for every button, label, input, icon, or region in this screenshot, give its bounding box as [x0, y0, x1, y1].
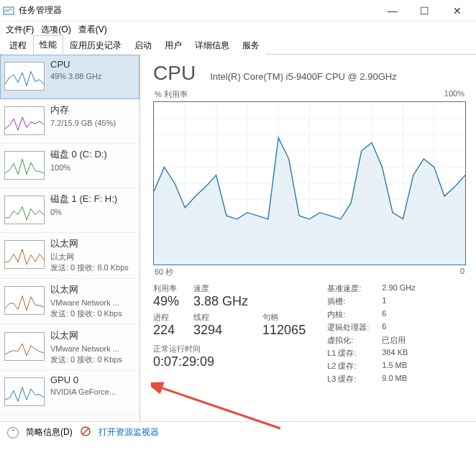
thumb-icon [4, 286, 45, 315]
stat-block: 速度3.88 GHz [193, 283, 248, 309]
sidebar-item-title: 以太网 [50, 283, 135, 296]
main-content: CPU 49% 3.88 GHz 内存 7.2/15.9 GB (45%) 磁盘… [0, 55, 476, 421]
svg-rect-2 [5, 107, 45, 135]
maximize-button[interactable]: ☐ [408, 0, 441, 22]
spec-value: 6 [382, 322, 415, 333]
stat-label: 利用率 [153, 283, 179, 294]
spec-value: 2.90 GHz [382, 283, 415, 294]
chevron-up-icon[interactable]: ˄ [7, 427, 19, 438]
stat-label: 速度 [193, 283, 248, 294]
close-button[interactable]: ✕ [441, 0, 473, 22]
sidebar[interactable]: CPU 49% 3.88 GHz 内存 7.2/15.9 GB (45%) 磁盘… [0, 55, 140, 421]
stat-block: 句柄112065 [262, 312, 306, 338]
sidebar-item-title: CPU [50, 59, 135, 70]
sidebar-item-sub: VMware Network ... [50, 298, 135, 308]
stat-label: 线程 [193, 312, 248, 323]
footer: ˄ 简略信息(D) 打开资源监视器 [0, 421, 476, 443]
cpu-model: Intel(R) Core(TM) i5-9400F CPU @ 2.90GHz [210, 71, 397, 82]
spec-value: 1 [382, 296, 415, 307]
thumb-icon [4, 196, 45, 224]
brief-info-link[interactable]: 简略信息(D) [26, 426, 73, 438]
uptime-value: 0:07:29:09 [153, 354, 306, 369]
stat-value: 224 [153, 323, 179, 338]
chart-label-bottom-right: 0 [460, 267, 464, 277]
menu-options[interactable]: 选项(O) [41, 24, 70, 36]
svg-rect-8 [5, 378, 45, 406]
spec-label: 插槽: [327, 296, 369, 307]
window-controls: — ☐ ✕ [376, 0, 473, 22]
chart-label-bottom-left: 60 秒 [155, 267, 173, 277]
tab-processes[interactable]: 进程 [3, 36, 33, 55]
open-resmon-link[interactable]: 打开资源监视器 [99, 426, 159, 438]
sidebar-item-title: 磁盘 1 (E: F: H:) [50, 193, 135, 206]
tab-users[interactable]: 用户 [158, 36, 188, 55]
sidebar-item[interactable]: CPU 49% 3.88 GHz [0, 55, 139, 99]
minimize-button[interactable]: — [376, 0, 408, 22]
tab-startup[interactable]: 启动 [128, 36, 158, 55]
sidebar-item[interactable]: 磁盘 1 (E: F: H:) 0% [0, 188, 139, 233]
sidebar-item-title: 以太网 [50, 237, 135, 250]
sidebar-item-title: 以太网 [50, 329, 135, 342]
menu-view[interactable]: 查看(V) [78, 24, 107, 36]
stat-value: 3294 [193, 323, 248, 338]
sidebar-item-sub: 以太网 [50, 252, 135, 262]
chart-label-top-left: % 利用率 [155, 89, 188, 100]
svg-line-28 [83, 428, 88, 434]
tab-performance[interactable]: 性能 [33, 35, 63, 55]
sidebar-item-title: GPU 0 [50, 374, 135, 385]
uptime-label: 正常运行时间 [153, 344, 306, 354]
spec-label: 虚拟化: [327, 335, 369, 346]
sidebar-item-sub2: 发送: 0 接收: 8.0 Kbps [50, 262, 135, 273]
tab-services[interactable]: 服务 [236, 36, 266, 55]
svg-rect-5 [5, 241, 45, 269]
spec-label: L1 缓存: [327, 348, 369, 359]
menubar: 文件(F) 选项(O) 查看(V) [0, 22, 476, 37]
tab-details[interactable]: 详细信息 [188, 36, 236, 55]
thumb-icon [4, 151, 45, 180]
sidebar-item[interactable]: 以太网 VMware Network ... 发送: 0 接收: 0 Kbps [0, 325, 139, 371]
detail-title: CPU [153, 62, 196, 85]
sidebar-item[interactable]: 内存 7.2/15.9 GB (45%) [0, 99, 139, 144]
app-icon [3, 5, 14, 17]
window-title: 任务管理器 [19, 4, 376, 17]
sidebar-item-sub: 49% 3.88 GHz [50, 71, 135, 82]
sidebar-item-sub: 7.2/15.9 GB (45%) [50, 118, 135, 129]
menu-file[interactable]: 文件(F) [6, 24, 34, 36]
sidebar-item-sub: 0% [50, 207, 135, 218]
stat-value: 49% [153, 294, 179, 309]
tab-app-history[interactable]: 应用历史记录 [63, 36, 128, 55]
sidebar-item[interactable]: 以太网 VMware Network ... 发送: 0 接收: 0 Kbps [0, 279, 139, 325]
thumb-icon [4, 377, 45, 406]
sidebar-item[interactable]: 以太网 以太网 发送: 0 接收: 8.0 Kbps [0, 233, 139, 279]
sidebar-item-title: 磁盘 0 (C: D:) [50, 148, 135, 161]
detail-panel: CPU Intel(R) Core(TM) i5-9400F CPU @ 2.9… [140, 55, 476, 421]
spec-label: L2 缓存: [327, 361, 369, 372]
spec-label: 逻辑处理器: [327, 322, 369, 333]
svg-rect-6 [5, 287, 45, 315]
spec-label: L3 缓存: [327, 374, 369, 385]
svg-rect-3 [5, 152, 45, 180]
sidebar-item-sub: NVIDIA GeForce... [50, 387, 135, 397]
stat-label: 进程 [153, 312, 179, 323]
stat-block: 进程224 [153, 312, 179, 338]
spec-value: 9.0 MB [382, 374, 415, 385]
spec-label: 内核: [327, 309, 369, 320]
stat-block: 利用率49% [153, 283, 179, 309]
sidebar-item-sub: VMware Network ... [50, 344, 135, 354]
spec-value: 1.5 MB [382, 361, 415, 372]
sidebar-item[interactable]: GPU 0 NVIDIA GeForce... [0, 370, 139, 415]
chart-label-top-right: 100% [444, 89, 464, 100]
stat-value: 3.88 GHz [193, 294, 248, 309]
thumb-icon [4, 62, 45, 91]
stat-label: 句柄 [262, 312, 306, 323]
spec-value: 已启用 [382, 335, 415, 346]
resmon-icon [80, 426, 91, 439]
spec-value: 6 [382, 309, 415, 320]
svg-rect-4 [5, 196, 45, 224]
sidebar-item[interactable]: 磁盘 0 (C: D:) 100% [0, 144, 139, 188]
thumb-icon [4, 240, 45, 269]
sidebar-item-sub2: 发送: 0 接收: 0 Kbps [50, 354, 135, 365]
tab-bar: 进程 性能 应用历史记录 启动 用户 详细信息 服务 [0, 37, 476, 55]
sidebar-item-title: 内存 [50, 104, 135, 116]
thumb-icon [4, 106, 45, 135]
